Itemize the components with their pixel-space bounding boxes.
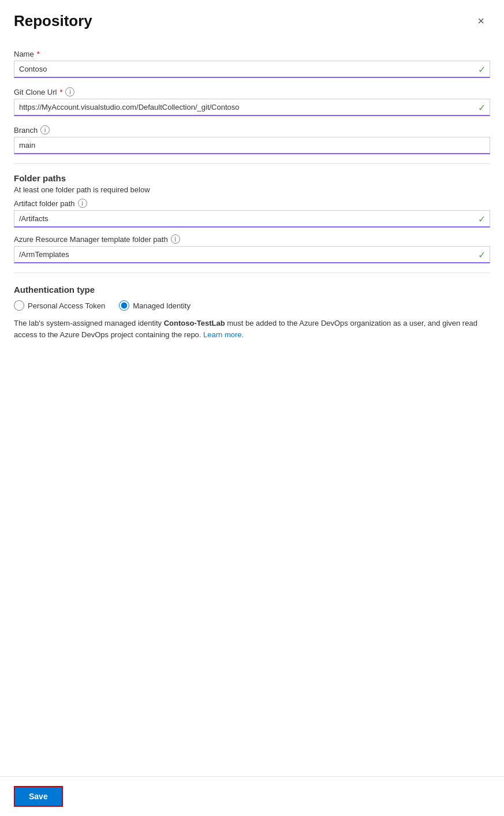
page-title: Repository	[14, 12, 92, 30]
managed-identity-radio[interactable]	[119, 300, 129, 311]
learn-more-link[interactable]: Learn more.	[203, 330, 244, 339]
arm-template-folder-check-icon: ✓	[478, 249, 486, 260]
name-label: Name *	[14, 50, 490, 58]
auth-section: Authentication type Personal Access Toke…	[14, 285, 490, 340]
git-clone-url-check-icon: ✓	[478, 102, 486, 113]
artifact-folder-check-icon: ✓	[478, 214, 486, 225]
personal-access-token-radio[interactable]	[14, 300, 24, 311]
folder-paths-section: Folder paths At least one folder path is…	[14, 173, 490, 263]
arm-template-folder-input[interactable]	[14, 246, 490, 263]
panel-header: Repository ×	[0, 0, 504, 36]
radio-managed-identity[interactable]: Managed Identity	[119, 300, 191, 311]
branch-info-icon[interactable]: i	[40, 125, 50, 135]
auth-description: The lab's system-assigned managed identi…	[14, 318, 490, 340]
git-clone-url-field-group: Git Clone Url * i ✓	[14, 87, 490, 116]
save-button[interactable]: Save	[14, 786, 63, 807]
name-input-wrapper: ✓	[14, 61, 490, 78]
divider-2	[14, 273, 490, 273]
git-clone-url-required-indicator: *	[59, 88, 62, 96]
git-clone-url-input-wrapper: ✓	[14, 99, 490, 116]
auth-identity-name: Contoso-TestLab	[164, 319, 225, 327]
artifact-folder-input-wrapper: ✓	[14, 210, 490, 228]
artifact-folder-input[interactable]	[14, 210, 490, 228]
managed-identity-label: Managed Identity	[133, 301, 191, 310]
auth-section-title: Authentication type	[14, 285, 490, 295]
arm-template-info-icon[interactable]: i	[171, 234, 180, 244]
repository-panel: Repository × Name * ✓ Git Clone Url * i	[0, 0, 504, 816]
name-field-group: Name * ✓	[14, 50, 490, 78]
artifact-folder-label: Artifact folder path i	[14, 199, 490, 208]
branch-field-group: Branch i	[14, 125, 490, 154]
git-clone-url-label: Git Clone Url * i	[14, 87, 490, 96]
arm-template-folder-input-wrapper: ✓	[14, 246, 490, 263]
folder-paths-note: At least one folder path is required bel…	[14, 185, 490, 194]
auth-radio-group: Personal Access Token Managed Identity	[14, 300, 490, 311]
close-button[interactable]: ×	[472, 12, 490, 30]
radio-personal-access-token[interactable]: Personal Access Token	[14, 300, 105, 311]
branch-input[interactable]	[14, 137, 490, 154]
name-input[interactable]	[14, 61, 490, 78]
panel-footer: Save	[0, 776, 504, 816]
git-clone-url-input[interactable]	[14, 99, 490, 116]
branch-label: Branch i	[14, 125, 490, 135]
folder-paths-title: Folder paths	[14, 173, 490, 183]
panel-body: Name * ✓ Git Clone Url * i ✓ Branch	[0, 36, 504, 776]
artifact-folder-group: Artifact folder path i ✓	[14, 199, 490, 228]
name-check-icon: ✓	[478, 64, 486, 75]
arm-template-folder-label: Azure Resource Manager template folder p…	[14, 234, 490, 244]
git-clone-url-info-icon[interactable]: i	[65, 87, 74, 96]
name-required-indicator: *	[37, 50, 40, 58]
artifact-folder-info-icon[interactable]: i	[78, 199, 87, 208]
personal-access-token-label: Personal Access Token	[28, 301, 105, 310]
arm-template-folder-group: Azure Resource Manager template folder p…	[14, 234, 490, 263]
branch-input-wrapper	[14, 137, 490, 154]
divider-1	[14, 163, 490, 164]
